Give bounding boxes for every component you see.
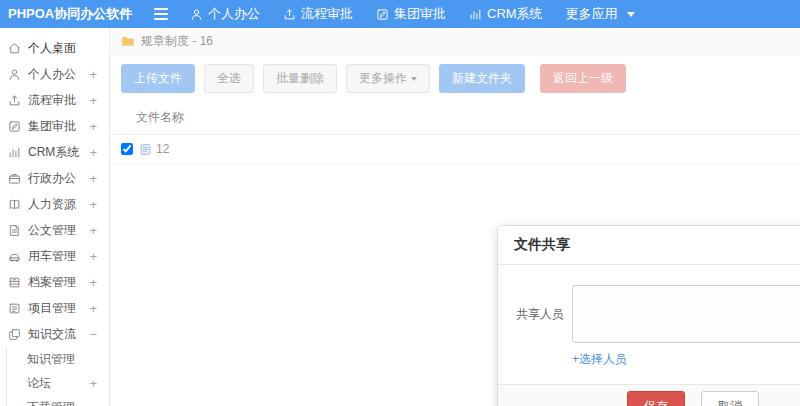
nav-label: 更多应用 — [566, 5, 618, 23]
project-icon — [8, 302, 21, 315]
file-icon — [139, 143, 152, 156]
nav-label: 流程审批 — [301, 5, 353, 23]
share-people-input[interactable] — [572, 285, 800, 343]
hamburger-menu-icon[interactable] — [154, 8, 168, 20]
expand-icon[interactable]: + — [89, 249, 97, 264]
nav-group-approval[interactable]: 集团审批 — [376, 5, 446, 23]
sidebar-item-group-approval[interactable]: 集团审批 + — [0, 113, 109, 139]
sidebar-item-human-resources[interactable]: 人力资源 + — [0, 191, 109, 217]
sidebar-item-label: 档案管理 — [28, 274, 76, 291]
expand-icon[interactable]: + — [89, 171, 97, 186]
archive-icon — [8, 276, 21, 289]
file-name[interactable]: 12 — [156, 142, 169, 156]
expand-icon[interactable]: + — [89, 376, 97, 391]
save-button[interactable]: 保存 — [627, 391, 685, 406]
select-people-link[interactable]: +选择人员 — [572, 351, 627, 368]
expand-icon[interactable]: + — [89, 275, 97, 290]
knowledge-submenu: 知识管理 论坛 + 下载管理 — [6, 347, 109, 406]
briefcase-icon — [8, 172, 21, 185]
nav-label: CRM系统 — [487, 5, 543, 23]
book-icon — [8, 198, 21, 211]
upload-file-button[interactable]: 上传文件 — [121, 64, 195, 93]
file-share-modal: 文件共享 共享人员 +选择人员 保存 取消 — [497, 225, 800, 406]
modal-title: 文件共享 — [498, 226, 800, 265]
chart-icon — [469, 8, 482, 21]
user-icon — [190, 8, 203, 21]
sidebar-item-label: 集团审批 — [28, 118, 76, 135]
select-all-button[interactable]: 全选 — [204, 64, 254, 93]
toolbar: 上传文件 全选 批量删除 更多操作 新建文件夹 返回上一级 — [111, 55, 800, 101]
sidebar-item-label: 个人办公 — [28, 66, 76, 83]
nav-crm-system[interactable]: CRM系统 — [469, 5, 543, 23]
expand-icon[interactable]: + — [89, 223, 97, 238]
sidebar-item-project-management[interactable]: 项目管理 + — [0, 295, 109, 321]
sidebar-item-label: 下载管理 — [27, 399, 75, 406]
sidebar-item-label: 知识交流 — [28, 326, 76, 343]
new-folder-button[interactable]: 新建文件夹 — [439, 64, 525, 93]
home-icon — [8, 42, 21, 55]
sidebar-item-vehicle-management[interactable]: 用车管理 + — [0, 243, 109, 269]
nav-more-apps[interactable]: 更多应用 — [566, 5, 635, 23]
modal-footer: 保存 取消 — [498, 384, 800, 406]
more-actions-button[interactable]: 更多操作 — [346, 64, 430, 93]
sidebar-item-document-management[interactable]: 公文管理 + — [0, 217, 109, 243]
sidebar-item-workflow-approval[interactable]: 流程审批 + — [0, 87, 109, 113]
sidebar-item-admin-office[interactable]: 行政办公 + — [0, 165, 109, 191]
sidebar-subitem-forum[interactable]: 论坛 + — [7, 371, 109, 395]
sidebar-item-label: 用车管理 — [28, 248, 76, 265]
sidebar-item-crm-system[interactable]: CRM系统 + — [0, 139, 109, 165]
sidebar-item-label: 项目管理 — [28, 300, 76, 317]
sidebar-item-personal-desktop[interactable]: 个人桌面 — [0, 35, 109, 61]
file-checkbox[interactable] — [121, 143, 133, 155]
expand-icon[interactable]: + — [89, 197, 97, 212]
cancel-button[interactable]: 取消 — [701, 391, 759, 406]
sidebar-subitem-download-management[interactable]: 下载管理 — [7, 395, 109, 406]
caret-down-icon — [627, 12, 635, 17]
sidebar-item-label: 人力资源 — [28, 196, 76, 213]
edit-icon — [376, 8, 389, 21]
car-icon — [8, 250, 21, 263]
sidebar: 个人桌面 个人办公 + 流程审批 + 集团审批 + CRM系统 + 行政办公 +… — [0, 28, 110, 406]
upload-icon — [8, 94, 21, 107]
file-table-header: 文件名称 — [111, 101, 800, 135]
nav-personal-office[interactable]: 个人办公 — [190, 5, 260, 23]
expand-icon[interactable]: + — [89, 145, 97, 160]
collapse-icon[interactable]: − — [89, 327, 97, 342]
expand-icon[interactable]: + — [89, 119, 97, 134]
sidebar-item-label: CRM系统 — [28, 144, 79, 161]
nav-label: 集团审批 — [394, 5, 446, 23]
batch-delete-button[interactable]: 批量删除 — [263, 64, 337, 93]
nav-workflow-approval[interactable]: 流程审批 — [283, 5, 353, 23]
sidebar-subitem-knowledge-management[interactable]: 知识管理 — [7, 347, 109, 371]
expand-icon[interactable]: + — [89, 93, 97, 108]
go-back-button[interactable]: 返回上一级 — [540, 64, 626, 93]
expand-icon[interactable]: + — [89, 67, 97, 82]
folder-icon — [121, 35, 135, 47]
sidebar-item-label: 流程审批 — [28, 92, 76, 109]
document-icon — [8, 224, 21, 237]
breadcrumb: 规章制度 - 16 — [111, 28, 800, 55]
caret-down-icon — [411, 77, 417, 81]
knowledge-icon — [8, 328, 21, 341]
breadcrumb-label: 规章制度 - 16 — [141, 33, 213, 50]
sidebar-item-label: 公文管理 — [28, 222, 76, 239]
expand-icon[interactable]: + — [89, 301, 97, 316]
sidebar-item-label: 论坛 — [27, 375, 51, 392]
sidebar-item-label: 知识管理 — [27, 351, 75, 368]
topbar: PHPOA协同办公软件 个人办公 流程审批 集团审批 CRM系统 更多应用 — [0, 0, 800, 28]
sidebar-item-personal-office[interactable]: 个人办公 + — [0, 61, 109, 87]
app-logo[interactable]: PHPOA协同办公软件 — [0, 5, 110, 23]
nav-label: 个人办公 — [208, 5, 260, 23]
more-actions-label: 更多操作 — [359, 70, 407, 87]
share-people-label: 共享人员 — [514, 306, 564, 323]
upload-icon — [283, 8, 296, 21]
sidebar-item-archive-management[interactable]: 档案管理 + — [0, 269, 109, 295]
sidebar-item-knowledge-exchange[interactable]: 知识交流 − — [0, 321, 109, 347]
file-row[interactable]: 12 — [111, 135, 800, 164]
modal-body: 共享人员 +选择人员 — [498, 265, 800, 384]
sidebar-item-label: 个人桌面 — [28, 40, 76, 57]
chart-icon — [8, 146, 21, 159]
sidebar-item-label: 行政办公 — [28, 170, 76, 187]
user-icon — [8, 68, 21, 81]
edit-icon — [8, 120, 21, 133]
